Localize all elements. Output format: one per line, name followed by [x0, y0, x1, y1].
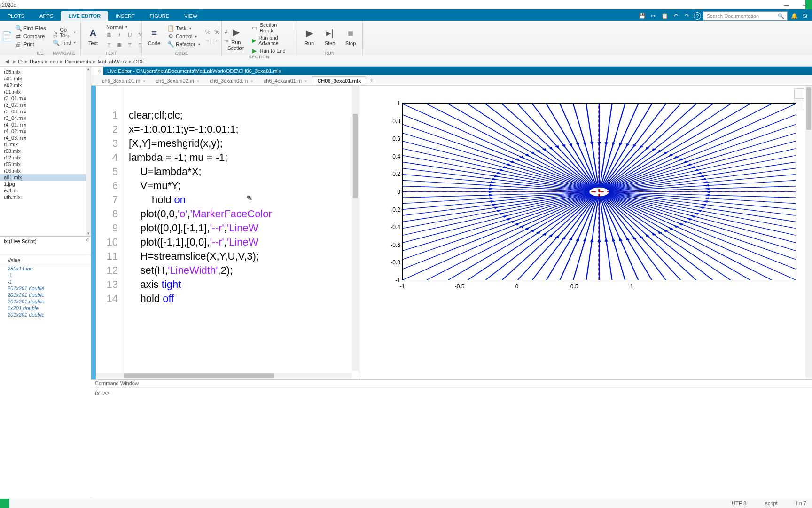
- close-icon[interactable]: ×: [197, 79, 199, 84]
- tab-view[interactable]: VIEW: [177, 11, 205, 21]
- minimize-button[interactable]: —: [781, 1, 792, 8]
- add-tab-button[interactable]: +: [366, 75, 377, 85]
- sign-in-label[interactable]: Si: [801, 13, 809, 19]
- workspace-row[interactable]: 1x201 double: [0, 305, 91, 311]
- indent-button[interactable]: →|: [204, 37, 212, 45]
- stop-button[interactable]: ■ Stop: [341, 22, 360, 51]
- workspace-row[interactable]: 201x201 double: [0, 285, 91, 292]
- folder-item[interactable]: a01.mlx: [0, 75, 91, 82]
- path-seg[interactable]: Users: [30, 59, 43, 64]
- run-to-end-button[interactable]: ▶Run to End: [250, 47, 294, 55]
- code-area[interactable]: clear;clf;clc;x=-1:0.01:1;y=-1:0.01:1;[X…: [123, 86, 359, 379]
- workspace-browser[interactable]: Value 280x1 Line-1-1201x201 double201x20…: [0, 255, 91, 498]
- folder-item[interactable]: r5.mlx: [0, 141, 91, 148]
- run-section-button[interactable]: ▶ Run Section: [225, 22, 248, 55]
- copy-icon[interactable]: 📋: [660, 11, 669, 21]
- folder-item[interactable]: r01.mlx: [0, 88, 91, 95]
- run-button[interactable]: ▶ Run: [300, 22, 319, 51]
- goto-button[interactable]: ↘Go To: [51, 26, 78, 39]
- close-icon[interactable]: ×: [143, 79, 145, 84]
- bold-button[interactable]: B: [104, 31, 114, 40]
- bell-icon[interactable]: 🔔: [789, 11, 799, 21]
- folder-item[interactable]: r4_03.mlx: [0, 135, 91, 141]
- find-button[interactable]: 🔍Find: [51, 39, 78, 47]
- folder-item[interactable]: r06.mlx: [0, 167, 91, 174]
- run-and-advance-button[interactable]: ▶Run and Advance: [250, 34, 294, 47]
- close-button[interactable]: [805, 0, 812, 9]
- compare-button[interactable]: ⇄Compare: [13, 32, 48, 40]
- text-style-dropdown[interactable]: Normal: [104, 24, 145, 31]
- folder-item[interactable]: r02.mlx: [0, 154, 91, 161]
- underline-button[interactable]: U: [125, 31, 134, 40]
- close-icon[interactable]: ×: [251, 79, 253, 84]
- workspace-row[interactable]: -1: [0, 272, 91, 278]
- text-button[interactable]: A Text: [84, 22, 102, 51]
- search-documentation-input[interactable]: Search Documentation 🔍: [703, 11, 788, 21]
- tab-live-editor[interactable]: LIVE EDITOR: [61, 11, 108, 21]
- scroll-down-icon[interactable]: ▼: [86, 231, 91, 236]
- editor-tab[interactable]: ch6_3exam02.m×: [151, 76, 205, 85]
- code-button[interactable]: ≡ Code: [145, 22, 164, 51]
- code-hscrollbar[interactable]: [96, 373, 352, 379]
- control-button[interactable]: ⚙Control: [165, 32, 202, 40]
- path-seg[interactable]: ODE: [133, 59, 145, 64]
- figure-output[interactable]: -1-0.8-0.6-0.4-0.200.20.40.60.81 -1-0.50…: [378, 97, 801, 294]
- folder-item[interactable]: 1.jpg: [0, 181, 91, 187]
- current-folder-browser[interactable]: ⊙ r05.mlxa01.mlxa02.mlxr01.mlxr3_01.mlxr…: [0, 67, 91, 236]
- folder-item[interactable]: a01.mlx: [0, 174, 91, 181]
- command-window[interactable]: Command Window fx >>: [91, 379, 812, 498]
- folder-item[interactable]: r3_01.mlx: [0, 95, 91, 102]
- folder-item[interactable]: r4_01.mlx: [0, 121, 91, 128]
- workspace-row[interactable]: -1: [0, 278, 91, 285]
- tab-insert[interactable]: INSERT: [108, 11, 142, 21]
- editor-tab[interactable]: ch6_4exam01.m×: [258, 76, 312, 85]
- folder-item[interactable]: ex1.m: [0, 187, 91, 194]
- section-break-button[interactable]: ▭Section Break: [250, 22, 294, 34]
- editor-tab[interactable]: ch6_3exam03.m×: [204, 76, 258, 85]
- number-list-button[interactable]: ≣: [115, 40, 124, 49]
- folder-item[interactable]: r05.mlx: [0, 161, 91, 167]
- outdent-button[interactable]: |←: [213, 37, 221, 45]
- workspace-row[interactable]: 201x201 double: [0, 292, 91, 298]
- tab-apps[interactable]: APPS: [32, 11, 61, 21]
- code-vscrollbar[interactable]: [352, 86, 359, 371]
- new-button[interactable]: 📄: [3, 22, 11, 51]
- folder-item[interactable]: r05.mlx: [0, 69, 91, 75]
- task-button[interactable]: 📋Task: [165, 24, 202, 32]
- italic-button[interactable]: I: [115, 31, 124, 40]
- path-seg[interactable]: MatLabWork: [98, 59, 127, 64]
- folder-scrollbar[interactable]: ▲ ▼: [86, 67, 91, 236]
- comment-button[interactable]: %: [204, 28, 212, 36]
- folder-item[interactable]: r3_03.mlx: [0, 108, 91, 115]
- code-column[interactable]: 1234567891011121314 clear;clf;clc;x=-1:0…: [96, 86, 359, 379]
- save-icon[interactable]: 💾: [637, 11, 647, 21]
- folder-item[interactable]: r4_02.mlx: [0, 128, 91, 135]
- workspace-row[interactable]: 280x1 Line: [0, 265, 91, 272]
- folder-item[interactable]: a02.mlx: [0, 82, 91, 88]
- axes-frame[interactable]: [402, 103, 796, 280]
- tab-figure[interactable]: FIGURE: [142, 11, 177, 21]
- scroll-up-icon[interactable]: ▲: [86, 67, 91, 71]
- section-indicator[interactable]: [91, 86, 96, 379]
- fx-icon[interactable]: fx: [95, 389, 100, 397]
- editor-tab-active[interactable]: CH06_3exa01.mlx: [312, 76, 366, 85]
- undo-icon[interactable]: ↶: [671, 11, 680, 21]
- panel-expand-icon[interactable]: ⊙: [96, 69, 103, 73]
- workspace-row[interactable]: 201x201 double: [0, 298, 91, 305]
- editor-tab[interactable]: ch6_3exam01.m×: [97, 76, 151, 85]
- folder-item[interactable]: r3_02.mlx: [0, 102, 91, 108]
- align-left-button[interactable]: ≡: [125, 40, 134, 49]
- path-seg[interactable]: Documents: [65, 59, 91, 64]
- find-files-button[interactable]: 🔍Find Files: [13, 24, 48, 32]
- path-seg[interactable]: neu: [50, 59, 58, 64]
- path-back-icon[interactable]: ◀: [3, 58, 11, 65]
- output-column[interactable]: -1-0.8-0.6-0.4-0.200.20.40.60.81 -1-0.50…: [359, 86, 812, 379]
- folder-item[interactable]: uth.mlx: [0, 194, 91, 200]
- tab-plots[interactable]: PLOTS: [0, 11, 32, 21]
- redo-icon[interactable]: ↷: [682, 11, 692, 21]
- help-icon[interactable]: ?: [694, 12, 701, 20]
- bullet-list-button[interactable]: ≡: [104, 40, 114, 49]
- path-seg[interactable]: C:: [18, 59, 23, 64]
- uncomment-button[interactable]: %̷: [213, 28, 221, 36]
- folder-item[interactable]: r03.mlx: [0, 148, 91, 154]
